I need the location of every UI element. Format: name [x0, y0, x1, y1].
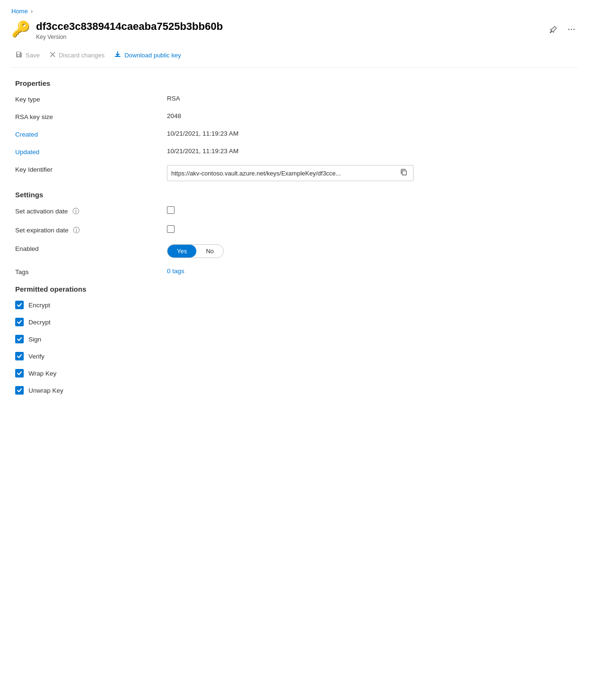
tags-value: 0 tags	[167, 267, 574, 275]
enabled-row: Enabled Yes No	[15, 244, 574, 258]
toolbar: Save Discard changes Download public key	[11, 48, 578, 68]
enabled-toggle: Yes No	[167, 244, 574, 258]
expiration-date-row: Set expiration date ⓘ	[15, 225, 574, 235]
wrap-key-operation-row: Wrap Key	[15, 369, 574, 378]
discard-icon	[49, 51, 56, 59]
rsa-key-size-value: 2048	[167, 112, 574, 120]
page-title: df3cce3c8389414caeaba7525b3bb60b	[36, 20, 542, 33]
encrypt-label: Encrypt	[28, 302, 50, 309]
expiration-date-label: Set expiration date ⓘ	[15, 225, 167, 235]
toggle-no-button[interactable]: No	[196, 245, 223, 258]
key-identifier-text: https://akv-contoso.vault.azure.net/keys…	[171, 170, 396, 177]
verify-operation-row: Verify	[15, 352, 574, 360]
key-icon: 🔑	[11, 21, 30, 37]
unwrap-key-label: Unwrap Key	[28, 387, 64, 394]
pin-button[interactable]	[547, 23, 560, 38]
discard-button[interactable]: Discard changes	[46, 48, 109, 62]
key-identifier-field: https://akv-contoso.vault.azure.net/keys…	[167, 165, 414, 181]
rsa-key-size-label: RSA key size	[15, 112, 167, 120]
page-header: 🔑 df3cce3c8389414caeaba7525b3bb60b Key V…	[11, 20, 578, 40]
key-type-label: Key type	[15, 95, 167, 103]
tags-link[interactable]: 0 tags	[167, 267, 184, 275]
activation-date-row: Set activation date ⓘ	[15, 206, 574, 216]
key-type-value: RSA	[167, 95, 574, 102]
activation-date-value	[167, 206, 574, 215]
encrypt-checkbox[interactable]	[15, 301, 24, 309]
created-label: Created	[15, 130, 167, 138]
breadcrumb-separator: ›	[31, 8, 33, 15]
wrap-key-label: Wrap Key	[28, 370, 56, 377]
toggle-yes-button[interactable]: Yes	[167, 245, 196, 258]
expiration-date-info-icon: ⓘ	[73, 226, 80, 234]
created-row: Created 10/21/2021, 11:19:23 AM	[15, 130, 574, 138]
svg-point-1	[571, 29, 572, 30]
decrypt-checkbox[interactable]	[15, 318, 24, 326]
save-label: Save	[26, 52, 40, 59]
download-icon	[114, 51, 121, 60]
svg-rect-5	[402, 171, 406, 175]
unwrap-key-checkbox[interactable]	[15, 386, 24, 395]
activation-date-label: Set activation date ⓘ	[15, 206, 167, 216]
enabled-label: Enabled	[15, 244, 167, 252]
save-button[interactable]: Save	[11, 48, 44, 63]
svg-point-0	[568, 29, 570, 30]
enabled-toggle-group[interactable]: Yes No	[167, 244, 224, 258]
svg-point-2	[573, 29, 575, 30]
updated-value: 10/21/2021, 11:19:23 AM	[167, 147, 574, 155]
sign-checkbox[interactable]	[15, 335, 24, 343]
encrypt-operation-row: Encrypt	[15, 301, 574, 309]
activation-date-info-icon: ⓘ	[73, 207, 79, 215]
updated-label: Updated	[15, 147, 167, 156]
download-public-key-button[interactable]: Download public key	[110, 48, 184, 63]
sign-label: Sign	[28, 336, 41, 343]
discard-label: Discard changes	[59, 52, 105, 59]
sign-operation-row: Sign	[15, 335, 574, 343]
updated-row: Updated 10/21/2021, 11:19:23 AM	[15, 147, 574, 156]
verify-checkbox[interactable]	[15, 352, 24, 360]
created-value: 10/21/2021, 11:19:23 AM	[167, 130, 574, 137]
decrypt-operation-row: Decrypt	[15, 318, 574, 326]
breadcrumb-home-link[interactable]: Home	[11, 8, 28, 15]
verify-label: Verify	[28, 353, 45, 360]
save-icon	[15, 51, 23, 60]
copy-key-identifier-button[interactable]	[398, 167, 409, 179]
wrap-key-checkbox[interactable]	[15, 369, 24, 378]
settings-heading: Settings	[15, 191, 574, 199]
page-subtitle: Key Version	[36, 34, 542, 40]
rsa-key-size-row: RSA key size 2048	[15, 112, 574, 120]
properties-heading: Properties	[15, 79, 574, 87]
content-area: Properties Key type RSA RSA key size 204…	[11, 79, 578, 395]
key-type-row: Key type RSA	[15, 95, 574, 103]
more-button[interactable]	[565, 23, 578, 38]
expiration-date-checkbox[interactable]	[167, 225, 175, 233]
tags-label: Tags	[15, 267, 167, 276]
breadcrumb: Home ›	[11, 8, 578, 15]
permitted-operations-heading: Permitted operations	[15, 285, 574, 293]
key-identifier-value: https://akv-contoso.vault.azure.net/keys…	[167, 165, 574, 181]
unwrap-key-operation-row: Unwrap Key	[15, 386, 574, 395]
activation-date-checkbox[interactable]	[167, 206, 175, 214]
expiration-date-value	[167, 225, 574, 234]
key-identifier-row: Key Identifier https://akv-contoso.vault…	[15, 165, 574, 181]
header-actions	[547, 23, 578, 38]
download-label: Download public key	[124, 52, 181, 59]
key-identifier-label: Key Identifier	[15, 165, 167, 173]
header-title-block: df3cce3c8389414caeaba7525b3bb60b Key Ver…	[36, 20, 542, 40]
decrypt-label: Decrypt	[28, 319, 51, 326]
tags-row: Tags 0 tags	[15, 267, 574, 276]
